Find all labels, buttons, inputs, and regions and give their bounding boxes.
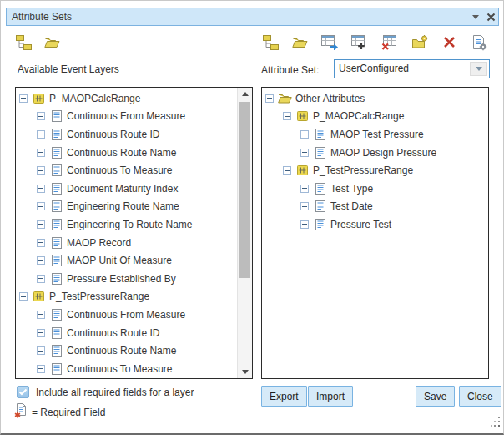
collapse-minus-icon[interactable] [300, 130, 309, 139]
collapse-minus-icon[interactable] [37, 239, 45, 247]
tree-item[interactable]: P_MAOPCalcRange [262, 108, 488, 126]
collapse-minus-icon[interactable] [300, 149, 309, 157]
tree-item-label: MAOP Design Pressure [330, 147, 436, 159]
tree-item[interactable]: Document Maturity Index [16, 180, 237, 198]
tree-item[interactable]: Continuous Route Name [16, 144, 237, 162]
route-layer-icon [32, 93, 46, 104]
tree-item[interactable]: MAOP Unit Of Measure [16, 251, 237, 270]
collapse-minus-icon[interactable] [37, 346, 45, 355]
collapse-minus-icon[interactable] [37, 329, 45, 337]
tree-item-label: Continuous To Measure [67, 164, 173, 176]
table-add-button[interactable] [350, 33, 370, 53]
field-icon [313, 147, 327, 159]
collapse-minus-icon[interactable] [37, 256, 45, 265]
collapse-minus-icon[interactable] [300, 220, 309, 229]
collapse-minus-icon[interactable] [37, 185, 45, 193]
tree-item[interactable]: Continuous Route Name [16, 341, 237, 360]
field-icon [49, 237, 63, 249]
scroll-down-icon[interactable] [238, 366, 253, 378]
layers-tree-button-2[interactable] [260, 33, 280, 53]
combobox-dropdown-button[interactable] [470, 62, 487, 76]
table-export-button[interactable] [320, 33, 340, 53]
tree-item[interactable]: Pressure Test [262, 215, 488, 234]
vertical-scrollbar[interactable] [237, 88, 252, 378]
tree-item[interactable]: Continuous Route ID [16, 125, 237, 144]
tree-item[interactable]: Test Type [262, 180, 488, 198]
tree-item[interactable]: MAOP Record [16, 234, 237, 252]
field-icon [49, 164, 63, 176]
collapse-minus-icon[interactable] [19, 94, 28, 103]
attribute-set-tree-panel[interactable]: Other AttributesP_MAOPCalcRangeMAOP Test… [261, 87, 489, 379]
import-button[interactable]: Import [308, 386, 353, 407]
collapse-minus-icon[interactable] [37, 166, 45, 175]
scroll-up-icon[interactable] [238, 88, 253, 100]
new-folder-button[interactable] [409, 33, 430, 53]
table-delete-icon [381, 34, 398, 53]
tree-item[interactable]: MAOP Design Pressure [262, 144, 488, 162]
collapse-minus-icon[interactable] [37, 202, 45, 210]
include-required-fields-checkbox[interactable] [17, 386, 29, 398]
tree-item[interactable]: Continuous To Measure [16, 161, 237, 180]
tree-item[interactable]: Continuous To Measure [16, 360, 237, 378]
tree-item-label: Continuous To Measure [67, 363, 173, 375]
titlebar[interactable]: Attribute Sets [6, 8, 499, 26]
field-icon [313, 183, 327, 195]
tree-item[interactable]: P_TestPressureRange [16, 288, 237, 306]
tree-item[interactable]: P_MAOPCalcRange [16, 89, 237, 108]
tree-item-label: Pressure Test [330, 219, 391, 230]
collapse-minus-icon[interactable] [283, 112, 291, 120]
tree-item-label: Other Attributes [295, 93, 365, 104]
collapse-minus-icon[interactable] [37, 149, 45, 157]
collapse-minus-icon[interactable] [19, 292, 28, 301]
collapse-minus-icon[interactable] [37, 365, 45, 373]
tree-item[interactable]: Test Date [262, 198, 488, 216]
scrollbar-thumb[interactable] [239, 102, 250, 278]
collapse-minus-icon[interactable] [265, 94, 274, 103]
field-icon [313, 219, 327, 230]
open-folder-button[interactable] [42, 33, 63, 53]
include-required-fields-label: Include all required fields for a layer [36, 387, 194, 398]
attribute-set-combobox[interactable]: UserConfigured [334, 59, 490, 78]
field-icon [49, 327, 63, 339]
close-icon[interactable] [483, 9, 498, 24]
tree-item-label: Engineering To Route Name [67, 219, 193, 230]
tree-item-label: P_TestPressureRange [313, 164, 413, 176]
collapse-arrow-icon[interactable] [468, 9, 483, 24]
tree-item-label: Pressure Established By [67, 273, 176, 285]
open-folder-button-2[interactable] [290, 33, 310, 53]
tree-item[interactable]: Continuous Route ID [16, 324, 237, 342]
collapse-minus-icon[interactable] [37, 112, 45, 120]
tree-item[interactable]: MAOP Test Pressure [262, 125, 488, 144]
report-settings-button[interactable] [469, 33, 490, 53]
collapse-minus-icon[interactable] [300, 202, 309, 210]
collapse-minus-icon[interactable] [37, 220, 45, 229]
collapse-minus-icon[interactable] [283, 166, 291, 175]
open-folder-icon [292, 36, 308, 51]
collapse-minus-icon[interactable] [37, 275, 45, 283]
tree-item-label: P_MAOPCalcRange [313, 110, 404, 122]
table-delete-button[interactable] [379, 33, 400, 53]
collapse-minus-icon[interactable] [37, 130, 45, 139]
required-field-icon [14, 403, 27, 422]
available-layers-tree-panel[interactable]: P_MAOPCalcRangeContinuous From MeasureCo… [15, 87, 253, 379]
close-button[interactable]: Close [459, 386, 501, 407]
save-button[interactable]: Save [416, 386, 455, 407]
tree-item[interactable]: Pressure Established By [16, 270, 237, 288]
tree-item[interactable]: Continuous From Measure [16, 306, 237, 324]
tree-item-label: MAOP Unit Of Measure [67, 255, 172, 266]
required-field-label: = Required Field [32, 407, 105, 418]
layers-tree-button[interactable] [13, 33, 33, 53]
export-button[interactable]: Export [261, 386, 307, 407]
tree-item[interactable]: Other Attributes [262, 89, 488, 108]
toolbar-right [260, 33, 490, 53]
field-icon [49, 200, 63, 212]
collapse-minus-icon[interactable] [300, 185, 309, 193]
tree-item[interactable]: Engineering Route Name [16, 198, 237, 216]
tree-item[interactable]: P_TestPressureRange [262, 161, 488, 180]
delete-button[interactable] [439, 33, 460, 53]
route-layer-icon [32, 291, 46, 302]
tree-item[interactable]: Continuous From Measure [16, 108, 237, 126]
collapse-minus-icon[interactable] [37, 311, 45, 319]
tree-item[interactable]: Engineering To Route Name [16, 215, 237, 234]
resize-grip-icon[interactable] [491, 415, 501, 430]
